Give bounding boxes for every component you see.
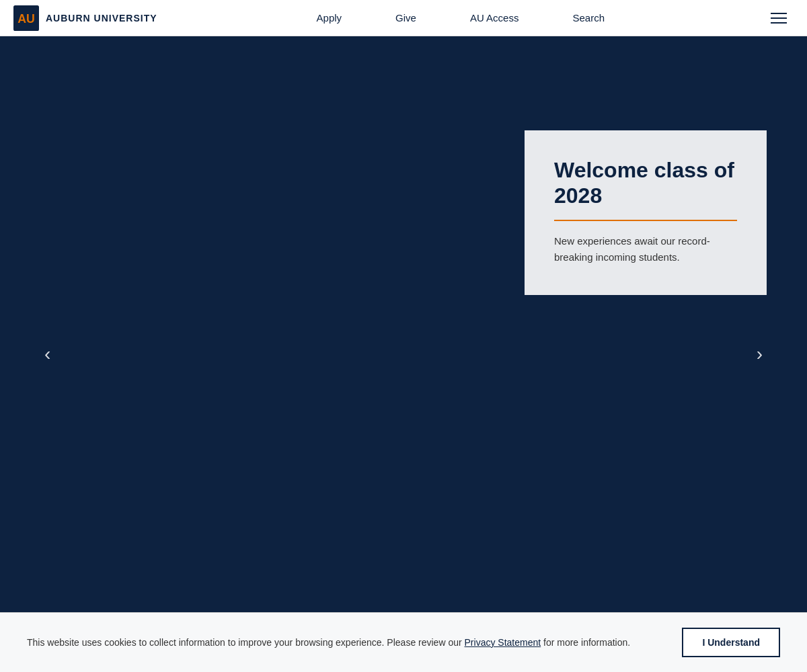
- hamburger-menu-button[interactable]: [764, 6, 794, 30]
- welcome-card: Welcome class of 2028 New experiences aw…: [525, 130, 767, 295]
- cookie-message-end: for more information.: [541, 637, 630, 648]
- cookie-message-text: This website uses cookies to collect inf…: [27, 637, 465, 648]
- carousel-prev-button[interactable]: ‹: [34, 337, 61, 372]
- logo-link[interactable]: AU AUBURN UNIVERSITY: [13, 5, 157, 31]
- hamburger-line-1: [771, 13, 787, 14]
- nav-au-access[interactable]: AU Access: [443, 0, 546, 36]
- au-logo-icon: AU: [13, 5, 39, 31]
- main-nav: Apply Give AU Access Search: [290, 0, 631, 36]
- site-header: AU AUBURN UNIVERSITY Apply Give AU Acces…: [0, 0, 807, 36]
- welcome-card-description: New experiences await our record-breakin…: [554, 233, 737, 265]
- nav-search[interactable]: Search: [545, 0, 631, 36]
- privacy-statement-link[interactable]: Privacy Statement: [465, 637, 541, 648]
- carousel-next-button[interactable]: ›: [746, 337, 773, 372]
- cookie-accept-button[interactable]: I Understand: [682, 628, 780, 657]
- hamburger-line-2: [771, 17, 787, 19]
- welcome-card-divider: [554, 220, 737, 221]
- cookie-message: This website uses cookies to collect inf…: [27, 635, 662, 650]
- nav-apply[interactable]: Apply: [290, 0, 369, 36]
- welcome-card-title: Welcome class of 2028: [554, 157, 737, 209]
- logo-text: AUBURN UNIVERSITY: [46, 13, 157, 24]
- hamburger-line-3: [771, 22, 787, 24]
- svg-text:AU: AU: [17, 11, 35, 25]
- nav-give[interactable]: Give: [369, 0, 443, 36]
- cookie-banner: This website uses cookies to collect inf…: [0, 612, 807, 672]
- hero-section: ‹ Welcome class of 2028 New experiences …: [0, 36, 807, 672]
